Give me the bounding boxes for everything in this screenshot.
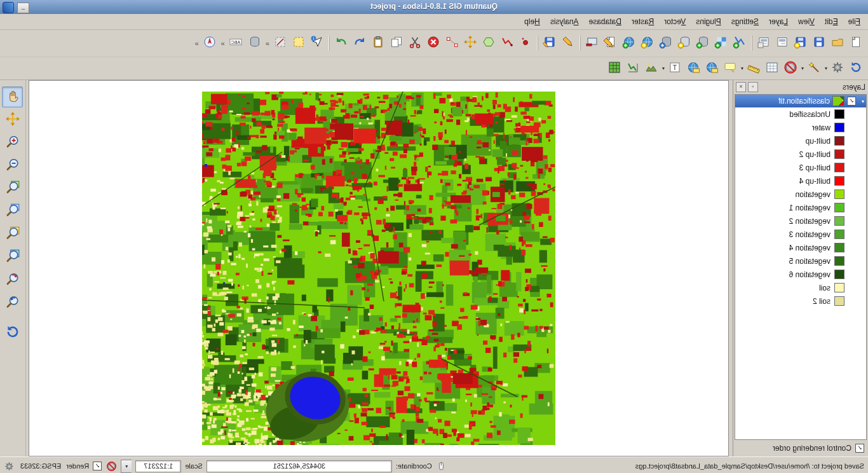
add-vector-layer-button[interactable] xyxy=(731,34,749,53)
delete-selected-button[interactable] xyxy=(424,34,443,53)
menu-raster[interactable]: Raster xyxy=(627,15,659,28)
add-mssql-layer-button[interactable] xyxy=(657,34,675,53)
map-canvas-area[interactable] xyxy=(29,80,729,456)
labeling-tool-button[interactable] xyxy=(721,59,740,78)
undo-button[interactable] xyxy=(351,34,369,53)
capture-line-button[interactable] xyxy=(498,34,517,53)
control-rendering-checkbox[interactable]: ✓ xyxy=(855,444,864,453)
new-bookmark-button[interactable] xyxy=(684,59,703,78)
legend-item[interactable]: vegetation 3 xyxy=(735,228,866,241)
title-bar[interactable]: Quantum GIS 1.8.0-Lisboa - project _ xyxy=(0,0,868,14)
dock-float-button[interactable]: ▫ xyxy=(748,82,758,92)
gps-tool-button[interactable] xyxy=(201,34,219,53)
text-dropdown-icon[interactable]: ▾ xyxy=(661,65,666,71)
menu-edit[interactable]: Edit xyxy=(820,15,843,28)
zoom-to-selection-button[interactable] xyxy=(3,201,24,222)
capture-polygon-button[interactable] xyxy=(480,34,498,53)
legend-item[interactable]: built-up xyxy=(735,134,866,147)
deselect-features-button[interactable] xyxy=(271,34,290,53)
legend-swatch[interactable] xyxy=(834,216,844,226)
db-manager-button[interactable] xyxy=(245,34,264,53)
toolbar-overflow-indicator[interactable]: » xyxy=(219,39,227,47)
menu-database[interactable]: Database xyxy=(584,15,627,28)
crs-status-icon[interactable] xyxy=(4,460,15,472)
menu-file[interactable]: File xyxy=(843,15,865,28)
save-project-button[interactable] xyxy=(810,34,829,53)
zoom-in-button[interactable] xyxy=(3,132,24,153)
toolbar-overflow-indicator[interactable]: » xyxy=(264,39,271,47)
measure-tool-button[interactable] xyxy=(745,59,763,78)
profile-tool-button[interactable] xyxy=(642,59,661,78)
legend-swatch[interactable] xyxy=(834,296,844,306)
toggle-editing-button[interactable] xyxy=(559,34,578,53)
legend-swatch[interactable] xyxy=(834,256,844,266)
minimize-button[interactable]: _ xyxy=(17,3,29,13)
histogram-tool-button[interactable] xyxy=(624,59,642,78)
render-suspend-button[interactable] xyxy=(782,59,800,78)
zoom-next-button[interactable] xyxy=(3,292,24,313)
add-wms-layer-button[interactable] xyxy=(639,34,657,53)
layer-item-classification[interactable]: ▾ ✓ classification.tif xyxy=(735,95,866,107)
legend-swatch[interactable] xyxy=(834,283,844,292)
menu-help[interactable]: Help xyxy=(519,15,545,28)
new-print-composer-button[interactable] xyxy=(773,34,792,53)
refresh-map-button[interactable] xyxy=(3,322,24,343)
copy-features-button[interactable] xyxy=(388,34,406,53)
redo-button[interactable] xyxy=(332,34,351,53)
identify-features-button[interactable]: i xyxy=(308,34,327,53)
legend-swatch[interactable] xyxy=(834,123,844,132)
zoom-out-button[interactable] xyxy=(3,155,24,176)
legend-swatch[interactable] xyxy=(834,163,844,172)
legend-item[interactable]: soil xyxy=(735,281,866,294)
node-tool-button[interactable] xyxy=(443,34,461,53)
add-postgis-layer-button[interactable] xyxy=(694,34,712,53)
scale-input[interactable]: 1:122317 xyxy=(135,460,181,472)
legend-item[interactable]: vegetation 1 xyxy=(735,201,866,214)
legend-item[interactable]: vegetation 5 xyxy=(735,254,866,268)
show-bookmarks-button[interactable] xyxy=(703,59,721,78)
zoom-actual-button[interactable] xyxy=(3,178,24,199)
remove-layer-button[interactable] xyxy=(583,34,602,53)
scale-dropdown[interactable]: ▾ xyxy=(121,460,132,473)
new-project-button[interactable] xyxy=(847,34,865,53)
legend-swatch[interactable] xyxy=(834,176,844,186)
save-edits-button[interactable] xyxy=(541,34,559,53)
stop-render-icon[interactable] xyxy=(105,460,117,472)
legend-swatch[interactable] xyxy=(834,270,844,279)
legend-swatch[interactable] xyxy=(834,136,844,146)
legend-swatch[interactable] xyxy=(834,230,844,239)
composer-manager-button[interactable] xyxy=(755,34,773,53)
legend-item[interactable]: soil 2 xyxy=(735,294,866,308)
toolbar-overflow-indicator[interactable]: » xyxy=(193,39,201,47)
app-icon[interactable] xyxy=(3,2,14,13)
pan-to-selection-button[interactable] xyxy=(3,109,24,130)
legend-swatch[interactable] xyxy=(834,109,844,119)
annotation-dropdown-icon[interactable]: ▾ xyxy=(800,65,805,71)
legend-swatch[interactable] xyxy=(834,243,844,252)
legend-item[interactable]: vegetation 6 xyxy=(735,268,866,281)
attribute-table-button[interactable] xyxy=(763,59,782,78)
zoom-full-button[interactable] xyxy=(3,224,24,245)
legend-item[interactable]: vegetation 4 xyxy=(735,241,866,254)
dock-close-button[interactable]: × xyxy=(736,82,746,92)
legend-item[interactable]: vegetation 2 xyxy=(735,214,866,228)
select-features-button[interactable] xyxy=(290,34,308,53)
paste-features-button[interactable] xyxy=(369,34,388,53)
zoom-last-button[interactable] xyxy=(3,270,24,291)
coordinate-input[interactable]: 304425,4621251 xyxy=(207,460,392,472)
text-annotation-button[interactable]: T xyxy=(666,59,684,78)
menu-view[interactable]: View xyxy=(793,15,820,28)
raster-calculator-button[interactable] xyxy=(606,59,624,78)
map-raster[interactable] xyxy=(202,92,555,445)
label-tool-button[interactable]: ABC xyxy=(227,34,245,53)
zoom-to-layer-button[interactable] xyxy=(3,247,24,268)
new-shapefile-layer-button[interactable] xyxy=(602,34,620,53)
legend-item[interactable]: Unclassified xyxy=(735,107,866,121)
coordinate-capture-icon[interactable] xyxy=(436,460,447,472)
measure-dropdown-icon[interactable]: ▾ xyxy=(740,65,745,71)
whats-this-help-button[interactable] xyxy=(847,59,865,78)
settings-tool-button[interactable] xyxy=(829,59,847,78)
legend-swatch[interactable] xyxy=(834,149,844,159)
legend-swatch[interactable] xyxy=(834,203,844,212)
menu-settings[interactable]: Settings xyxy=(726,15,764,28)
